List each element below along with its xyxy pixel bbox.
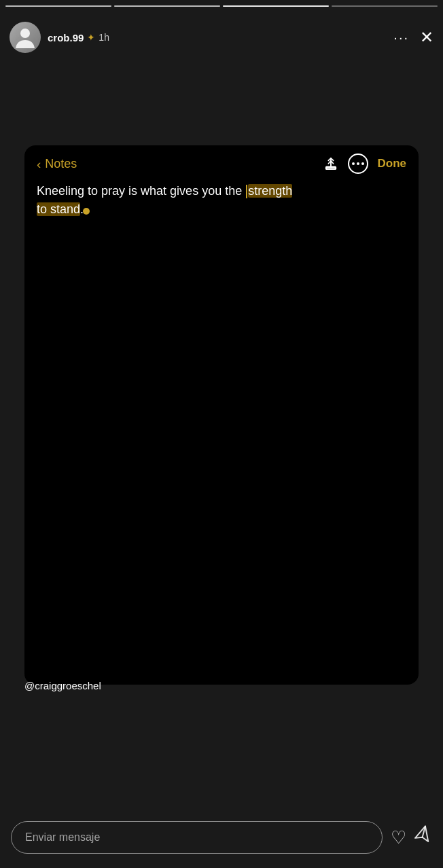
notes-content: Kneeling to pray is what gives you the s…: [37, 182, 406, 672]
notes-back-button[interactable]: ‹ Notes: [37, 157, 77, 171]
notes-back-label: Notes: [45, 157, 77, 171]
bottom-bar: ♡: [0, 807, 443, 868]
time-ago-label: 1h: [99, 32, 109, 43]
caption-text: @craiggroeschel: [24, 680, 101, 691]
header-actions: ··· ✕: [393, 29, 433, 46]
progress-bar-3: [223, 5, 329, 7]
notes-toolbar-right: Done: [323, 153, 407, 174]
chevron-left-icon: ‹: [37, 158, 41, 170]
progress-bar-1: [5, 5, 111, 7]
cursor-end-dot: [83, 208, 90, 215]
avatar[interactable]: [10, 22, 41, 53]
message-input[interactable]: [11, 821, 383, 854]
text-highlighted-strength: strength: [248, 184, 292, 198]
story-header: crob.99 ✦ 1h ··· ✕: [0, 16, 443, 58]
story-caption: @craiggroeschel: [24, 680, 101, 691]
header-info: crob.99 ✦ 1h: [48, 32, 393, 43]
send-icon[interactable]: [410, 825, 436, 851]
cursor-start-line: [246, 185, 247, 198]
text-pre-highlight: Kneeling to pray is what gives you the: [37, 184, 245, 198]
notes-text-body: Kneeling to pray is what gives you the s…: [37, 182, 406, 219]
more-options-icon[interactable]: ···: [393, 31, 409, 44]
text-highlighted-stand: to stand: [37, 202, 80, 216]
progress-bars: [5, 5, 438, 7]
svg-point-0: [20, 29, 30, 38]
verified-badge-icon: ✦: [87, 32, 95, 43]
more-circle-icon[interactable]: [348, 153, 368, 174]
avatar-image: [10, 22, 41, 53]
done-button[interactable]: Done: [378, 157, 407, 170]
progress-bar-2: [114, 5, 220, 7]
progress-bar-4: [332, 5, 438, 7]
username-label: crob.99: [48, 32, 84, 43]
close-icon[interactable]: ✕: [420, 29, 433, 46]
heart-icon[interactable]: ♡: [391, 829, 406, 846]
share-icon[interactable]: [323, 156, 338, 171]
notes-card: ‹ Notes Done: [24, 145, 419, 685]
notes-toolbar: ‹ Notes Done: [24, 145, 419, 182]
